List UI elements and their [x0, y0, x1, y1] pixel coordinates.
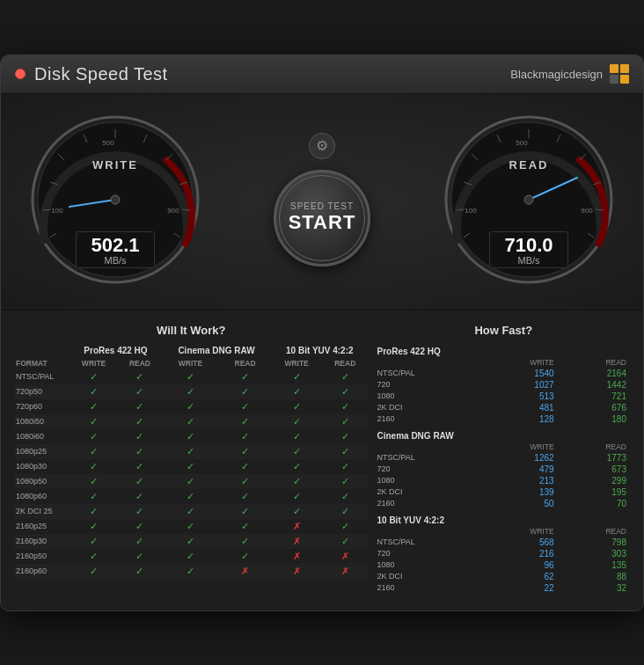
- write-value: 502.1: [85, 234, 145, 257]
- svg-text:100: 100: [51, 207, 63, 215]
- svg-text:WRITE: WRITE: [92, 158, 138, 172]
- table-row: 1080p60✓✓✓✓✓✓: [14, 489, 369, 504]
- list-item: 72010271442: [377, 379, 631, 391]
- svg-text:900: 900: [167, 207, 179, 215]
- table-row: 2K DCI 25✓✓✓✓✓✓: [14, 504, 369, 519]
- cinema-header: Cinema DNG RAW: [162, 344, 271, 357]
- title-bar: Disk Speed Test Blackmagicdesign: [1, 55, 643, 94]
- list-item: 720216303: [377, 548, 631, 559]
- read-value: 710.0: [499, 234, 559, 257]
- svg-text:READ: READ: [509, 158, 549, 172]
- read-gauge: 500 100 900 READ 710.0 MB/s: [441, 112, 617, 288]
- close-button[interactable]: [15, 69, 26, 79]
- table-row: NTSC/PAL✓✓✓✓✓✓: [14, 369, 369, 384]
- list-item: 720479673: [377, 464, 631, 475]
- table-row: 1080p30✓✓✓✓✓✓: [14, 459, 369, 474]
- will-it-work-section: Will It Work? ProRes 422 HQ Cinema DNG R…: [14, 324, 369, 597]
- brand-icon: [610, 64, 629, 84]
- list-item: NTSC/PAL15402164: [377, 368, 631, 379]
- list-item: 1080213299: [377, 475, 631, 486]
- group-header-row: 10 Bit YUV 4:2:2: [377, 513, 631, 526]
- prores-header: ProRes 422 HQ: [70, 344, 162, 357]
- read-gauge-container: 500 100 900 READ 710.0 MB/s: [441, 112, 617, 288]
- table-row: 1080p50✓✓✓✓✓✓: [14, 474, 369, 489]
- start-label-main: START: [289, 211, 356, 234]
- svg-text:100: 100: [465, 207, 477, 215]
- table-row: 720p60✓✓✓✓✓✓: [14, 399, 369, 414]
- how-fast-table: ProRes 422 HQWRITEREADNTSC/PAL1540216472…: [377, 344, 631, 597]
- table-row: 2160p30✓✓✓✓✗✓: [14, 534, 369, 549]
- start-label-top: SPEED TEST: [290, 201, 354, 211]
- list-item: NTSC/PAL12621773: [377, 452, 631, 464]
- will-it-work-title: Will It Work?: [14, 324, 369, 337]
- data-area: Will It Work? ProRes 422 HQ Cinema DNG R…: [1, 311, 643, 610]
- center-controls: ⚙ SPEED TEST START: [274, 133, 370, 267]
- how-fast-section: How Fast? ProRes 422 HQWRITEREADNTSC/PAL…: [377, 324, 631, 597]
- yuv-header: 10 Bit YUV 4:2:2: [271, 344, 368, 357]
- format-header: [14, 344, 70, 357]
- table-row: 1080i50✓✓✓✓✓✓: [14, 414, 369, 429]
- settings-button[interactable]: ⚙: [309, 133, 335, 159]
- table-row: 720p50✓✓✓✓✓✓: [14, 384, 369, 399]
- start-button[interactable]: SPEED TEST START: [274, 170, 370, 267]
- svg-text:500: 500: [102, 139, 114, 147]
- write-gauge-container: 500 100 900 WRITE 502.1 MB/s: [27, 112, 203, 288]
- how-fast-title: How Fast?: [377, 324, 631, 337]
- table-row: 1080p25✓✓✓✓✓✓: [14, 444, 369, 459]
- read-value-box: 710.0 MB/s: [489, 231, 568, 268]
- table-row: 2160p50✓✓✓✓✗✗: [14, 549, 369, 564]
- svg-text:500: 500: [516, 139, 528, 147]
- list-item: 2160128180: [377, 413, 631, 425]
- write-gauge: 500 100 900 WRITE 502.1 MB/s: [27, 112, 203, 288]
- brand-name: Blackmagicdesign: [510, 68, 603, 81]
- gauge-area: 500 100 900 WRITE 502.1 MB/s ⚙ SPEE: [1, 94, 643, 311]
- table-row: 2160p60✓✓✓✗✗✗: [14, 564, 369, 579]
- svg-text:900: 900: [581, 207, 593, 215]
- group-header-row: Cinema DNG RAW: [377, 428, 631, 442]
- list-item: 108096135: [377, 559, 631, 571]
- list-item: 2K DCI6288: [377, 571, 631, 582]
- write-value-box: 502.1 MB/s: [76, 231, 155, 268]
- list-item: 2K DCI139195: [377, 486, 631, 498]
- list-item: NTSC/PAL568798: [377, 537, 631, 548]
- group-header-row: ProRes 422 HQ: [377, 344, 631, 357]
- svg-point-36: [524, 195, 533, 204]
- format-subheader: FORMAT: [14, 357, 70, 369]
- list-item: 21605070: [377, 498, 631, 509]
- list-item: 2K DCI481676: [377, 402, 631, 413]
- window-title: Disk Speed Test: [34, 64, 168, 84]
- list-item: 1080513721: [377, 391, 631, 402]
- app-window: Disk Speed Test Blackmagicdesign: [0, 55, 644, 611]
- table-row: 2160p25✓✓✓✓✗✓: [14, 519, 369, 534]
- svg-point-17: [111, 195, 120, 204]
- will-it-work-table: ProRes 422 HQ Cinema DNG RAW 10 Bit YUV …: [14, 344, 369, 579]
- brand-area: Blackmagicdesign: [510, 64, 629, 84]
- table-row: 1080i60✓✓✓✓✓✓: [14, 429, 369, 444]
- list-item: 21602232: [377, 582, 631, 594]
